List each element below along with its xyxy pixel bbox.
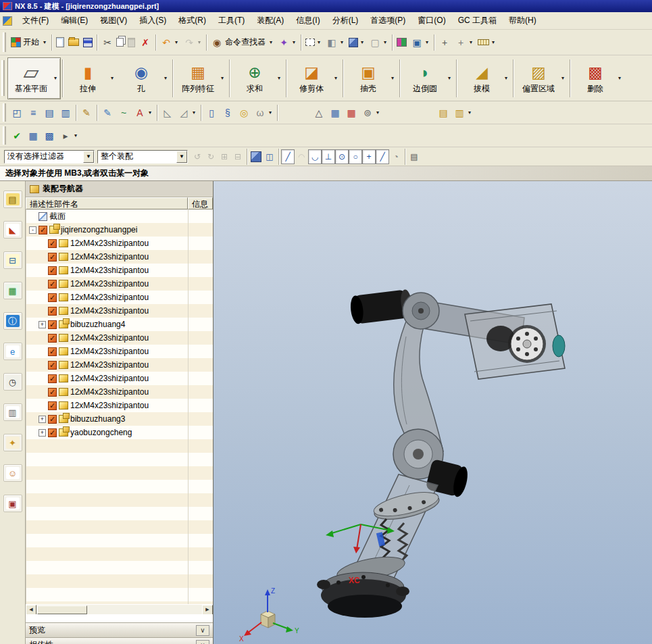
part-cleanup-button[interactable]: ▥▾ (451, 104, 474, 122)
checkbox-icon[interactable]: ✓ (39, 226, 47, 234)
move-layer-button[interactable]: ▥ (57, 104, 74, 122)
undo-button[interactable]: ↶▾ (158, 34, 181, 51)
snap-perpendicular-button[interactable]: ⊥ (322, 149, 335, 164)
tree-row[interactable]: -✓jiqirenzongzhuangpei (26, 223, 213, 237)
checkbox-icon[interactable]: ✓ (48, 293, 57, 302)
menu-item[interactable]: 文件(F) (16, 13, 55, 28)
washer-button[interactable]: ◎ (236, 104, 252, 122)
preview-section-header[interactable]: 预览 ∨ (26, 622, 213, 637)
dropdown-arrow-icon[interactable]: ▾ (333, 75, 338, 81)
checkbox-icon[interactable]: ✓ (48, 307, 57, 316)
checkbox-icon[interactable]: ✓ (48, 428, 57, 437)
assembly-filter-button[interactable] (249, 149, 263, 164)
collapse-icon[interactable]: - (29, 226, 36, 234)
command-assist-button[interactable]: ✦▾ (276, 34, 299, 51)
menu-item[interactable]: 帮助(H) (503, 13, 543, 28)
column-header-info[interactable]: 信息 (188, 197, 213, 209)
save-button[interactable] (81, 34, 95, 51)
point-dialog-button[interactable]: +▾ (453, 34, 476, 51)
tree-row[interactable]: ✓12xM4x23shizipantou (26, 372, 213, 385)
open-button[interactable] (66, 34, 81, 51)
snap-center-button[interactable]: ⊙ (335, 149, 349, 164)
scrollbar-thumb[interactable] (37, 605, 87, 614)
pattern-feature-button[interactable]: ▦阵列特征▾ (174, 57, 228, 99)
tree-row[interactable]: ✓12xM4x23shizipantou (26, 385, 213, 399)
dropdown-arrow-icon[interactable]: ▾ (390, 75, 395, 81)
tree-row[interactable]: ✓12xM4x23shizipantou (26, 264, 213, 277)
history-tab[interactable]: ◷ (3, 373, 22, 391)
tree-row[interactable]: ✓12xM4x23shizipantou (26, 291, 213, 304)
snap-tangent-button[interactable]: ◡ (308, 149, 322, 164)
dropdown-arrow-icon[interactable]: ▾ (503, 75, 509, 81)
curve-button[interactable]: ~ (116, 104, 132, 122)
more-tools-button[interactable]: ▸▾ (57, 127, 80, 145)
dropdown-arrow-icon[interactable]: ▾ (42, 39, 47, 45)
window-button[interactable]: ▣▾ (409, 34, 432, 51)
sketch-button[interactable]: ✎ (99, 104, 116, 122)
dropdown-arrow-icon[interactable]: ▾ (174, 39, 179, 45)
tree-row[interactable]: +✓yaobuzongcheng (26, 426, 213, 439)
dropdown-arrow-icon[interactable]: ▾ (339, 39, 345, 45)
layer-visible-button[interactable]: ▤ (41, 104, 57, 122)
graphics-viewport[interactable]: XC Z X Y (214, 181, 652, 644)
dropdown-arrow-icon[interactable]: ▾ (491, 39, 496, 45)
menu-item[interactable]: 编辑(E) (55, 13, 94, 28)
spring-button[interactable]: § (220, 104, 236, 122)
scroll-right-icon[interactable]: ▶ (202, 605, 213, 615)
menu-item[interactable]: 信息(I) (290, 13, 326, 28)
column-header-name[interactable]: 描述性部件名 (26, 197, 188, 209)
part-family-button[interactable]: ▤ (435, 104, 451, 122)
start-button[interactable]: 开始▾ (9, 34, 49, 51)
collapse-chevron-icon[interactable]: ∨ (196, 625, 209, 636)
sketch-grid-button[interactable]: ▦ (25, 127, 41, 145)
checkbox-icon[interactable]: ✓ (48, 280, 57, 289)
checkbox-icon[interactable]: ✓ (48, 266, 57, 275)
manufacturing-wizard-tab[interactable]: ✦ (3, 434, 22, 451)
checkbox-icon[interactable]: ✓ (48, 239, 57, 248)
edit-sheet-button[interactable]: ✎ (78, 104, 95, 122)
menu-item[interactable]: 窗口(O) (411, 13, 451, 28)
tree-row[interactable]: ✓12xM4x23shizipantou (26, 304, 213, 318)
dropdown-arrow-icon[interactable]: ▾ (191, 109, 197, 116)
assembly-navigator-tab[interactable]: ▤ (3, 191, 22, 208)
tree-row[interactable]: 截面 (26, 209, 213, 223)
menu-item[interactable]: 分析(L) (326, 13, 365, 28)
chevron-down-icon[interactable]: ▼ (176, 151, 187, 163)
text-button[interactable]: A▾ (132, 104, 155, 122)
scroll-left-icon[interactable]: ◀ (26, 605, 36, 615)
datum-plane-button[interactable]: ▱基准平面▾ (7, 57, 61, 99)
checkbox-icon[interactable]: ✓ (48, 401, 57, 410)
display-mode-button[interactable]: ▢▾ (367, 34, 390, 51)
tree-row[interactable]: ✓12xM4x23shizipantou (26, 250, 213, 264)
chevron-down-icon[interactable]: ▼ (83, 151, 94, 163)
tree-row[interactable]: ✓12xM4x23shizipantou (26, 358, 213, 372)
component-filter-button[interactable]: ◫ (263, 149, 276, 164)
checkbox-icon[interactable]: ✓ (48, 361, 57, 370)
dropdown-arrow-icon[interactable]: ▾ (73, 132, 78, 139)
draft-button[interactable]: ◢拔模▾ (458, 57, 511, 99)
tree-row[interactable]: ✓12xM4x23shizipantou (26, 237, 213, 250)
checkbox-icon[interactable]: ✓ (48, 334, 57, 343)
snap-quadrant-button[interactable]: ◔ (389, 149, 403, 164)
selection-scope-combo[interactable]: 整个装配 ▼ (97, 150, 188, 164)
dropdown-arrow-icon[interactable]: ▾ (109, 75, 115, 81)
collapse-chevron-icon[interactable]: ∨ (196, 640, 209, 644)
snap-point-button[interactable]: + (436, 34, 453, 51)
checkbox-icon[interactable]: ✓ (48, 347, 57, 356)
system-visualization-tab[interactable]: ▣ (3, 495, 22, 512)
render-style-button[interactable]: ◧▾ (324, 34, 347, 51)
constraint-navigator-tab[interactable]: ◣ (3, 221, 22, 239)
dropdown-arrow-icon[interactable]: ▾ (375, 109, 380, 116)
dropdown-arrow-icon[interactable]: ▾ (220, 75, 225, 81)
dropdown-arrow-icon[interactable]: ▾ (53, 75, 58, 81)
offset-region-button[interactable]: ▨偏置区域▾ (515, 57, 568, 99)
expand-icon[interactable]: + (39, 429, 46, 437)
dropdown-arrow-icon[interactable]: ▾ (197, 39, 202, 45)
expand-icon[interactable]: + (39, 321, 46, 328)
menu-item[interactable]: GC 工具箱 (452, 13, 503, 28)
edge-blend-button[interactable]: ◗边倒圆▾ (401, 57, 455, 99)
web-browser-tab[interactable]: e (3, 343, 22, 360)
table-button[interactable]: ▦ (327, 104, 343, 122)
trim-body-button[interactable]: ◪修剪体▾ (288, 57, 341, 99)
hd3d-tool-tab[interactable]: ⓘ (3, 312, 22, 330)
